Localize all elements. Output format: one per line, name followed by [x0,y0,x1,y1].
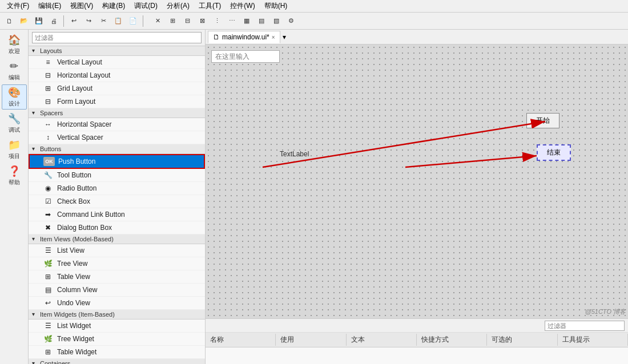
toolbar-settings[interactable]: ⚙ [284,14,298,28]
toolbar-sep1 [63,15,64,27]
widget-tree-view[interactable]: 🌿 Tree View [29,257,205,270]
menu-debug[interactable]: 调试(D) [130,0,162,12]
widget-push-button[interactable]: OK Push Button [29,154,205,169]
toolbar-redo-icon[interactable]: ↪ [82,14,95,28]
category-buttons[interactable]: Buttons [29,144,205,154]
toolbar-layout6[interactable]: ▦ [240,14,253,28]
canvas-filter-input[interactable] [211,50,280,63]
menu-analyze[interactable]: 分析(A) [162,0,194,12]
category-spacers[interactable]: Spacers [29,108,205,118]
menu-view[interactable]: 视图(V) [66,0,98,12]
sidebar-item-design[interactable]: 🎨 设计 [2,84,27,110]
widget-list-view[interactable]: ☰ List View [29,244,205,257]
command-link-icon: ➡ [42,210,54,219]
widget-undo-view[interactable]: ↩ Undo View [29,297,205,310]
project-icon: 📁 [8,139,21,151]
canvas-end-button[interactable]: 结束 [537,144,571,161]
tab-bar: 🗋 mainwindow.ui* × ▾ [206,30,628,45]
widget-grid-layout[interactable]: ⊞ Grid Layout [29,82,205,95]
widget-label-grid-layout: Grid Layout [57,84,92,92]
col-shortcut: 快捷方式 [417,334,487,346]
toolbar-undo-icon[interactable]: ↩ [67,14,80,28]
sidebar-item-label-welcome: 欢迎 [9,47,20,55]
category-containers[interactable]: Containers [29,359,205,364]
widget-form-layout[interactable]: ⊟ Form Layout [29,95,205,108]
widget-label-tree-view: Tree View [57,260,87,268]
debug-icon: 🔧 [8,112,21,125]
widget-dialog-button-box[interactable]: ✖ Dialog Button Box [29,221,205,234]
category-layouts[interactable]: Layouts [29,46,205,56]
widget-horizontal-spacer[interactable]: ↔ Horizontal Spacer [29,118,205,131]
widget-tree-widget[interactable]: 🌿 Tree Widget [29,333,205,346]
menu-build[interactable]: 构建(B) [98,0,130,12]
widget-vertical-spacer[interactable]: ↕ Vertical Spacer [29,131,205,144]
widget-radio-button[interactable]: ◉ Radio Button [29,182,205,195]
toolbar-layout4[interactable]: ⋮ [210,14,224,28]
filter-input[interactable] [32,32,202,43]
tab-dropdown-btn[interactable]: ▾ [283,33,286,41]
widget-label-form-layout: Form Layout [57,98,95,106]
tab-icon: 🗋 [213,33,220,41]
widget-check-box[interactable]: ☑ Check Box [29,195,205,208]
col-text: 文本 [347,334,417,346]
toolbar-open-icon[interactable]: 📂 [17,14,31,28]
widget-column-view[interactable]: ▤ Column View [29,284,205,297]
toolbar-save-icon[interactable]: 💾 [32,14,46,28]
widget-label-radio-button: Radio Button [57,184,96,192]
menu-help[interactable]: 帮助(H) [260,0,292,12]
widget-label-table-widget: Table Widget [57,348,96,356]
widget-label-vertical-spacer: Vertical Spacer [57,134,103,141]
canvas-filter-area [211,50,280,63]
toolbar-file-icon[interactable]: 🗋 [2,14,16,28]
widget-list-widget[interactable]: ☰ List Widget [29,319,205,333]
bottom-filter-input[interactable] [545,321,625,331]
toolbar-cut-icon[interactable]: ✂ [96,14,110,28]
dialog-button-icon: ✖ [42,223,54,232]
widget-horizontal-layout[interactable]: ⊟ Horizontal Layout [29,69,205,82]
widget-tool-button[interactable]: 🔧 Tool Button [29,169,205,182]
widget-label-horizontal-layout: Horizontal Layout [57,71,110,79]
vertical-spacer-icon: ↕ [42,133,54,142]
grid-layout-icon: ⊞ [42,84,54,93]
menu-edit[interactable]: 编辑(E) [34,0,66,12]
toolbar-paste-icon[interactable]: 📄 [126,14,140,28]
widget-command-link-button[interactable]: ➡ Command Link Button [29,208,205,221]
toolbar-layout1[interactable]: ⊞ [166,14,179,28]
menu-tools[interactable]: 工具(T) [194,0,226,12]
widget-table-view[interactable]: ⊞ Table View [29,270,205,284]
toolbar-layout8[interactable]: ▧ [269,14,283,28]
sidebar-item-label-design: 设计 [9,100,20,108]
tab-mainwindow[interactable]: 🗋 mainwindow.ui* × [208,31,280,43]
toolbar-sep2 [143,15,143,27]
canvas-start-button[interactable]: 开始 [526,113,559,128]
menu-controls[interactable]: 控件(W) [226,0,259,12]
category-item-views[interactable]: Item Views (Model-Based) [29,234,205,244]
toolbar-copy-icon[interactable]: 📋 [111,14,125,28]
radio-button-icon: ◉ [42,184,54,193]
edit-icon: ✏ [10,60,18,72]
toolbar-layout2[interactable]: ⊟ [180,14,194,28]
menu-file[interactable]: 文件(F) [2,0,34,12]
widget-label-push-button: Push Button [58,157,95,165]
designer-canvas[interactable]: 开始 结束 TextLabel [206,45,628,318]
widget-table-widget[interactable]: ⊞ Table Widget [29,346,205,359]
toolbar-close-tab[interactable]: ✕ [151,14,164,28]
toolbar: 🗋 📂 💾 🖨 ↩ ↪ ✂ 📋 📄 ✕ ⊞ ⊟ ⊠ ⋮ ⋯ ▦ ▤ ▧ ⚙ [0,13,628,30]
sidebar-item-debug[interactable]: 🔧 调试 [2,111,27,136]
main-layout: 🏠 欢迎 ✏ 编辑 🎨 设计 🔧 调试 📁 项目 ❓ 帮助 [0,30,628,364]
sidebar-item-project[interactable]: 📁 项目 [2,137,27,162]
toolbar-layout5[interactable]: ⋯ [225,14,239,28]
category-item-widgets[interactable]: Item Widgets (Item-Based) [29,310,205,319]
toolbar-layout3[interactable]: ⊠ [195,14,209,28]
sidebar-item-edit[interactable]: ✏ 编辑 [2,58,27,83]
sidebar-item-help[interactable]: ❓ 帮助 [2,163,27,188]
widget-vertical-layout[interactable]: ≡ Vertical Layout [29,56,205,69]
sidebar-item-welcome[interactable]: 🏠 欢迎 [2,32,27,57]
toolbar-print-icon[interactable]: 🖨 [47,14,61,28]
toolbar-layout7[interactable]: ▤ [255,14,268,28]
vertical-layout-icon: ≡ [42,58,54,67]
list-view-icon: ☰ [42,246,54,255]
tab-close-btn[interactable]: × [272,34,275,41]
svg-line-3 [405,156,537,167]
widget-label-vertical-layout: Vertical Layout [57,58,102,66]
